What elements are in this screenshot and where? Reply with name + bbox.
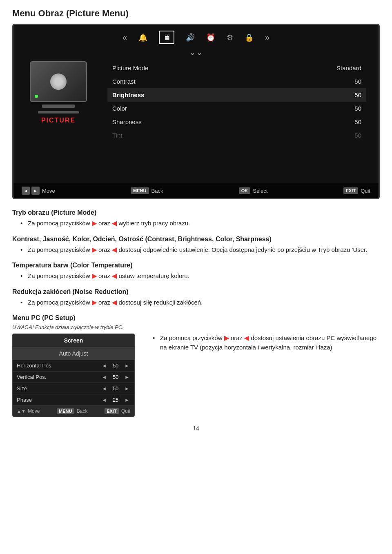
pc-horizontal-controls: ◄ 50 ► <box>101 363 130 369</box>
menu-item-sharpness[interactable]: Sharpness 50 <box>107 115 366 129</box>
pc-horizontal-value: 50 <box>111 363 120 369</box>
nav-screen-icon[interactable]: 🖥 <box>159 31 174 44</box>
uwaga-note: UWAGA! Funkcja działa wyłącznie w trybie… <box>12 324 380 330</box>
pc-row-horizontal: Horizontal Pos. ◄ 50 ► <box>13 360 134 372</box>
tv-screen: « 🔔 🖥 🔊 ⏰ ⚙ 🔒 » ⌄⌄ PICTURE Picture Mode … <box>12 24 380 199</box>
pc-phase-decrease[interactable]: ◄ <box>101 397 107 403</box>
tv-right-arrow[interactable]: ► <box>31 187 40 195</box>
pc-auto-adjust-button[interactable]: Auto Adjust <box>13 347 134 360</box>
pc-vertical-label: Vertical Pos. <box>17 374 46 380</box>
pc-vertical-controls: ◄ 50 ► <box>101 374 130 380</box>
pc-bottom-bar: ▲▼ Move MENU Back EXIT Quit <box>13 406 134 416</box>
pc-size-controls: ◄ 50 ► <box>101 385 130 392</box>
tv-ok-key[interactable]: OK <box>239 187 251 194</box>
nav-sound-icon[interactable]: 🔊 <box>186 33 195 42</box>
bullet-color-temp-1: Za pomocą przycisków ▶ oraz ◀ ustaw temp… <box>20 271 380 281</box>
bullet-list-contrast: Za pomocą przycisków ▶ oraz ◀ dostosuj o… <box>12 245 380 255</box>
pc-move-group: ▲▼ Move <box>17 408 40 414</box>
tv-move-group: ◄ ► Move <box>22 187 55 195</box>
tv-thumb-base <box>38 111 79 113</box>
pc-menu-box: Screen Auto Adjust Horizontal Pos. ◄ 50 … <box>12 334 135 417</box>
pc-row-size: Size ◄ 50 ► <box>13 383 134 394</box>
pc-setup-description: Za pomocą przycisków ▶ oraz ◀ dostosuj u… <box>145 334 380 354</box>
tv-left-arrow[interactable]: ◄ <box>22 187 30 195</box>
tv-quit-label: Quit <box>361 188 370 194</box>
bullet-list-noise: Za pomocą przycisków ▶ oraz ◀ dostosuj s… <box>12 298 380 307</box>
bullet-picture-mode-1: Za pomocą przycisków ▶ oraz ◀ wybierz tr… <box>20 219 380 228</box>
tv-menu-items: Picture Mode Standard Contrast 50 Bright… <box>107 61 366 142</box>
pc-menu-key[interactable]: MENU <box>57 408 74 414</box>
pc-size-label: Size <box>17 385 27 392</box>
tv-quit-group: EXIT Quit <box>343 187 370 194</box>
pc-setup-section: Screen Auto Adjust Horizontal Pos. ◄ 50 … <box>12 334 380 417</box>
section-heading-pc-setup: Menu PC (PC Setup) <box>12 314 380 322</box>
section-noise-reduction: Redukcja zakłóceń (Noise Reduction) Za p… <box>12 288 380 307</box>
nav-time-icon[interactable]: ⏰ <box>206 33 215 42</box>
section-heading-contrast: Kontrast, Jasność, Kolor, Odcień, Ostroś… <box>12 236 380 243</box>
pc-horizontal-increase[interactable]: ► <box>124 363 130 369</box>
nav-lock-icon[interactable]: 🔒 <box>245 33 254 42</box>
section-contrast-brightness: Kontrast, Jasność, Kolor, Odcień, Ostroś… <box>12 236 380 255</box>
pc-quit-group: EXIT Quit <box>105 408 130 414</box>
bullet-list-picture-mode: Za pomocą przycisków ▶ oraz ◀ wybierz tr… <box>12 219 380 228</box>
pc-row-vertical: Vertical Pos. ◄ 50 ► <box>13 372 134 383</box>
pc-back-label: Back <box>77 408 88 414</box>
pc-menu-title: Screen <box>13 334 134 347</box>
tv-select-label: Select <box>253 188 267 194</box>
menu-item-brightness[interactable]: Brightness 50 <box>107 88 366 102</box>
tv-bottom-bar: ◄ ► Move MENU Back OK Select EXIT Quit <box>13 183 379 198</box>
section-color-temp: Temperatura barw (Color Temperature) Za … <box>12 262 380 281</box>
tv-select-group: OK Select <box>239 187 268 194</box>
tv-thumb-sun <box>50 73 67 90</box>
tv-move-label: Move <box>42 188 55 194</box>
tv-down-arrow-indicator: ⌄⌄ <box>13 47 379 57</box>
tv-exit-key[interactable]: EXIT <box>343 187 358 194</box>
pc-size-value: 50 <box>111 385 120 392</box>
pc-move-label: Move <box>28 408 40 414</box>
section-heading-picture-mode: Tryb obrazu (Picture Mode) <box>12 209 380 216</box>
bullet-list-color-temp: Za pomocą przycisków ▶ oraz ◀ ustaw temp… <box>12 271 380 281</box>
menu-item-color[interactable]: Color 50 <box>107 102 366 115</box>
pc-back-group: MENU Back <box>57 408 87 414</box>
pc-vertical-increase[interactable]: ► <box>124 374 130 380</box>
tv-menu-key[interactable]: MENU <box>131 187 149 194</box>
tv-nav-bar: « 🔔 🖥 🔊 ⏰ ⚙ 🔒 » <box>13 25 379 47</box>
pc-vertical-decrease[interactable]: ◄ <box>101 374 107 380</box>
pc-horizontal-label: Horizontal Pos. <box>17 363 53 369</box>
bullet-noise-1: Za pomocą przycisków ▶ oraz ◀ dostosuj s… <box>20 298 380 307</box>
pc-horizontal-decrease[interactable]: ◄ <box>101 363 107 369</box>
pc-phase-controls: ◄ 25 ► <box>101 397 130 403</box>
tv-picture-label: PICTURE <box>41 117 76 124</box>
pc-exit-key[interactable]: EXIT <box>105 408 118 414</box>
pc-size-decrease[interactable]: ◄ <box>101 386 107 392</box>
pc-phase-label: Phase <box>17 397 32 403</box>
section-heading-noise: Redukcja zakłóceń (Noise Reduction) <box>12 288 380 296</box>
page-number: 14 <box>12 425 380 432</box>
tv-thumb-box <box>30 61 87 102</box>
pc-size-increase[interactable]: ► <box>124 386 130 392</box>
bullet-list-pc-setup: Za pomocą przycisków ▶ oraz ◀ dostosuj u… <box>145 334 380 352</box>
nav-back-icon[interactable]: « <box>122 33 127 42</box>
tv-picture-thumb: PICTURE <box>26 61 91 124</box>
pc-vertical-value: 50 <box>111 374 120 380</box>
tv-content: PICTURE Picture Mode Standard Contrast 5… <box>13 61 379 142</box>
nav-settings-icon[interactable]: ⚙ <box>227 33 233 42</box>
section-picture-mode: Tryb obrazu (Picture Mode) Za pomocą prz… <box>12 209 380 228</box>
section-heading-color-temp: Temperatura barw (Color Temperature) <box>12 262 380 269</box>
tv-back-group: MENU Back <box>131 187 163 194</box>
tv-arrow-group: ◄ ► <box>22 187 40 195</box>
menu-item-picture-mode[interactable]: Picture Mode Standard <box>107 61 366 75</box>
bullet-contrast-1: Za pomocą przycisków ▶ oraz ◀ dostosuj o… <box>20 245 380 255</box>
section-pc-setup: Menu PC (PC Setup) UWAGA! Funkcja działa… <box>12 314 380 417</box>
nav-forward-icon[interactable]: » <box>265 33 270 42</box>
page-title: Menu Obraz (Picture Menu) <box>12 8 380 19</box>
nav-bell-icon[interactable]: 🔔 <box>138 33 147 42</box>
pc-phase-increase[interactable]: ► <box>124 397 130 403</box>
bullet-pc-setup-1: Za pomocą przycisków ▶ oraz ◀ dostosuj u… <box>153 334 380 352</box>
menu-item-contrast[interactable]: Contrast 50 <box>107 75 366 88</box>
menu-item-tint[interactable]: Tint 50 <box>107 129 366 142</box>
tv-thumb-stand <box>42 105 75 108</box>
tv-thumb-dot <box>35 95 38 98</box>
pc-phase-value: 25 <box>111 397 120 403</box>
tv-back-label: Back <box>151 188 163 194</box>
